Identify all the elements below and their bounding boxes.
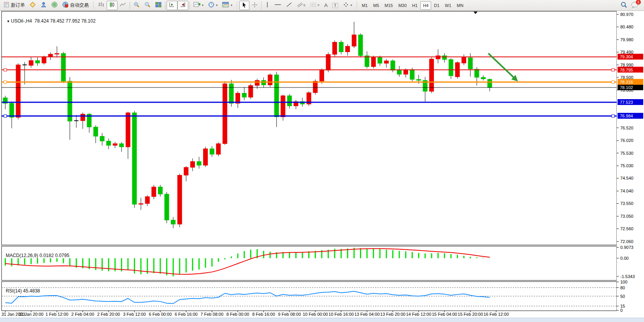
auto-scroll-icon bbox=[169, 2, 175, 9]
bar-chart-button[interactable] bbox=[96, 1, 107, 10]
timeframe-button-m5[interactable]: M5 bbox=[370, 1, 382, 10]
candle-bearish bbox=[158, 187, 162, 194]
chart-canvas[interactable]: 80.97080.48079.98079.49078.99078.50078.0… bbox=[0, 11, 644, 322]
line-chart-button[interactable] bbox=[118, 1, 128, 10]
date-tick-label: 16 Feb 12:00 bbox=[484, 312, 509, 317]
candle-bearish bbox=[287, 96, 291, 106]
date-tick-label: 15 Feb 04:00 bbox=[432, 312, 457, 317]
price-tick-label: 72.060 bbox=[620, 239, 633, 244]
price-tick-label: 73.050 bbox=[620, 214, 633, 219]
price-tick-label: 72.560 bbox=[620, 226, 633, 231]
community-button[interactable] bbox=[38, 1, 49, 10]
symbol-dropdown-icon[interactable]: ▼ bbox=[7, 19, 11, 23]
periods-button[interactable]: ▾ bbox=[206, 1, 220, 10]
chart-shift-button[interactable] bbox=[177, 1, 188, 10]
line-handle[interactable] bbox=[612, 115, 614, 117]
candle-bullish bbox=[430, 59, 434, 91]
notifications-button[interactable]: 1 bbox=[631, 2, 639, 9]
candle-bearish bbox=[261, 80, 266, 85]
candle-bearish bbox=[442, 56, 447, 60]
chart-wizard-button[interactable] bbox=[27, 1, 38, 10]
zoom-in-button[interactable] bbox=[131, 1, 142, 10]
status-strip bbox=[0, 318, 644, 322]
arrows-dropdown-arrow: ▾ bbox=[351, 4, 352, 7]
indicators-button[interactable]: ▾ bbox=[191, 1, 206, 10]
zoom-out-button[interactable] bbox=[142, 1, 153, 10]
date-tick-label: 10 Feb 00:00 bbox=[303, 312, 328, 317]
trendline-button[interactable] bbox=[284, 1, 295, 10]
candle-bearish bbox=[378, 58, 382, 63]
candle-bullish bbox=[333, 42, 337, 54]
date-tick-label: 14 Feb 12:00 bbox=[406, 312, 431, 317]
price-tick-label: 75.030 bbox=[620, 163, 633, 168]
templates-button[interactable]: ▾ bbox=[220, 1, 235, 10]
vertical-line-button[interactable] bbox=[263, 1, 272, 10]
toolbar-grip bbox=[92, 2, 95, 9]
timeframe-button-h1[interactable]: H1 bbox=[409, 1, 420, 10]
candle-bullish bbox=[190, 161, 195, 167]
timeframe-button-m30[interactable]: M30 bbox=[396, 1, 409, 10]
cursor-button[interactable] bbox=[239, 1, 249, 10]
date-tick-label: 15 Feb 20:00 bbox=[458, 312, 483, 317]
timeframe-group: M1M5M15M30H1H4D1W1MN bbox=[359, 1, 466, 10]
candle-bullish bbox=[126, 113, 130, 147]
rsi-axis-label: 80 bbox=[620, 285, 625, 290]
price-tick-label: 73.550 bbox=[620, 201, 633, 206]
price-tick-label: 80.970 bbox=[620, 12, 633, 17]
search-button[interactable] bbox=[618, 1, 630, 10]
candle-bullish bbox=[371, 58, 376, 67]
auto-trading-button[interactable]: 自动交易 bbox=[60, 1, 91, 10]
price-tick-label: 80.480 bbox=[620, 24, 633, 29]
auto-scroll-button[interactable] bbox=[167, 1, 177, 10]
rsi-pane[interactable] bbox=[2, 282, 617, 311]
timeframe-button-w1[interactable]: W1 bbox=[442, 1, 454, 10]
text-label-button[interactable]: T bbox=[330, 1, 340, 10]
line-handle[interactable] bbox=[612, 68, 614, 71]
candle-bearish bbox=[61, 53, 65, 81]
macd-title: MACD(12,26,9) 0.0182 0.0795 bbox=[3, 247, 69, 258]
new-order-button[interactable]: 新订单 bbox=[2, 1, 27, 10]
candle-bullish bbox=[436, 56, 440, 59]
crosshair-button[interactable] bbox=[249, 1, 260, 10]
chart-title: ▼ USOil-,H4 78.424 78.452 77.952 78.102 bbox=[4, 13, 96, 24]
equidistant-channel-button[interactable]: E bbox=[295, 1, 308, 10]
candle-bullish bbox=[152, 187, 156, 197]
toolbar-grip bbox=[356, 2, 358, 9]
line-chart-icon bbox=[120, 2, 126, 9]
text-button[interactable]: A bbox=[322, 1, 330, 10]
channel-glyph: E bbox=[304, 4, 305, 7]
horizontal-line-button[interactable] bbox=[272, 1, 284, 10]
date-tick-label: 8 Feb 00:00 bbox=[226, 312, 249, 317]
timeframe-button-m1[interactable]: M1 bbox=[359, 1, 370, 10]
timeframe-button-h4[interactable]: H4 bbox=[420, 1, 431, 10]
signals-button[interactable] bbox=[49, 1, 60, 10]
candle-bullish bbox=[29, 61, 33, 65]
macd-pane[interactable] bbox=[2, 246, 617, 280]
line-handle[interactable] bbox=[4, 115, 7, 117]
auto-trading-label: 自动交易 bbox=[70, 2, 89, 9]
arrows-button[interactable]: ▾ bbox=[340, 1, 354, 10]
timeframe-button-m15[interactable]: M15 bbox=[382, 1, 395, 10]
candle-bearish bbox=[132, 113, 137, 204]
templates-icon bbox=[222, 2, 229, 9]
candle-bearish bbox=[242, 93, 246, 97]
candle-bullish bbox=[255, 80, 259, 86]
rsi-title: RSI(14) 45.4838 bbox=[3, 283, 40, 294]
tile-windows-button[interactable] bbox=[153, 1, 164, 10]
fibonacci-glyph: F bbox=[318, 4, 319, 7]
line-handle[interactable] bbox=[612, 80, 614, 83]
price-tick-label: 78.990 bbox=[620, 63, 633, 67]
candlestick-button[interactable] bbox=[107, 1, 118, 10]
timeframe-button-d1[interactable]: D1 bbox=[431, 1, 442, 10]
candle-bullish bbox=[404, 70, 408, 74]
candle-bearish bbox=[365, 56, 369, 66]
line-handle[interactable] bbox=[4, 68, 7, 71]
periods-icon bbox=[208, 2, 214, 9]
community-icon bbox=[40, 2, 47, 9]
symbol-period-label: USOil-,H4 bbox=[11, 18, 32, 24]
line-handle[interactable] bbox=[4, 80, 7, 83]
arrows-icon bbox=[343, 2, 349, 9]
timeframe-button-mn[interactable]: MN bbox=[454, 1, 466, 10]
macd-axis-label: 0.00 bbox=[620, 256, 628, 261]
fibonacci-button[interactable]: F bbox=[308, 1, 322, 10]
